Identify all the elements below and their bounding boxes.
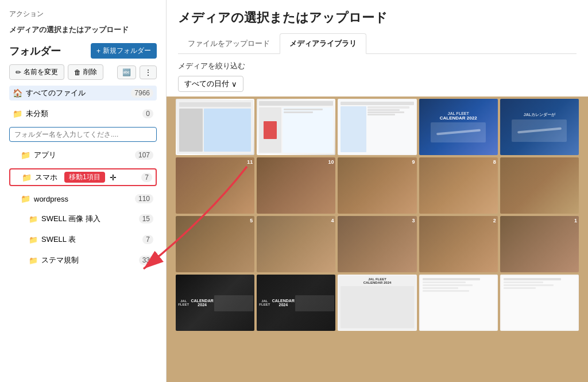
move-badge: 移動1項目 <box>64 172 105 183</box>
folder-swell-image-icon: 📁 <box>29 215 38 223</box>
tab-library[interactable]: メディアライブラリ <box>280 33 366 54</box>
folder-item-smartphone[interactable]: 📁 スマホ 移動1項目 ✛ 7 <box>9 168 157 186</box>
uncategorized-item[interactable]: 📁 未分類 0 <box>9 106 157 121</box>
media-thumb-month-3[interactable]: 3 <box>338 216 416 272</box>
folder-uncategorized-icon: 📁 <box>13 109 22 118</box>
media-thumb-month-4[interactable]: 4 <box>257 216 335 272</box>
smartphone-count: 7 <box>141 173 152 182</box>
media-thumb-1[interactable] <box>176 99 254 155</box>
media-thumb-month-2[interactable]: 2 <box>419 216 498 272</box>
filter-row: メディアを絞り込む <box>167 54 588 76</box>
folder-smartphone-icon: 📁 <box>22 173 32 182</box>
media-thumb-jal-2024-c[interactable]: JAL FLEETCALENDAR 2024 <box>338 275 416 331</box>
all-files-count: 7966 <box>131 88 153 98</box>
rename-button[interactable]: ✏ 名前を変更 <box>9 64 64 80</box>
folder-app-icon: 📁 <box>21 151 30 160</box>
rename-icon: ✏ <box>16 68 21 76</box>
right-panel: メディアの選択またはアップロード ファイルをアップロード メディアライブラリ メ… <box>167 0 588 382</box>
right-header: メディアの選択またはアップロード ファイルをアップロード メディアライブラリ <box>167 0 588 54</box>
swell-image-count: 15 <box>139 214 153 223</box>
media-thumb-white-doc-1[interactable] <box>419 275 498 331</box>
delete-icon: 🗑 <box>74 68 81 76</box>
media-thumb-month-5[interactable]: 5 <box>176 216 254 272</box>
folder-wordpress-icon: 📁 <box>21 194 30 203</box>
folder-item-app[interactable]: 📁 アプリ 107 <box>9 148 157 163</box>
media-thumb-month-extra[interactable] <box>500 157 579 214</box>
media-thumb-white-doc-2[interactable] <box>500 275 579 331</box>
folder-item-swell-image[interactable]: 📁 SWELL 画像 挿入 15 <box>9 211 157 226</box>
folder-item-stema[interactable]: 📁 ステマ規制 33 <box>9 253 157 268</box>
search-folder-input[interactable] <box>9 127 157 142</box>
plus-icon: + <box>96 47 100 55</box>
folder-stema-icon: 📁 <box>29 256 38 265</box>
media-grid: JAL FLEET CALENDAR 2022 JALカレンダーが <box>167 97 588 382</box>
action-label: アクション <box>9 9 157 19</box>
media-thumb-month-1[interactable]: 1 <box>500 216 579 272</box>
swell-table-count: 7 <box>142 235 153 244</box>
filter-label: メディアを絞り込む <box>178 61 245 71</box>
tabs-row: ファイルをアップロード メディアライブラリ <box>178 33 577 54</box>
media-thumb-2[interactable] <box>257 99 335 155</box>
uncategorized-count: 0 <box>142 109 153 118</box>
media-thumb-jal-2022-b[interactable]: JALカレンダーが <box>500 99 579 155</box>
folder-swell-table-icon: 📁 <box>29 236 38 244</box>
media-thumb-jal-2024-a[interactable]: JAL FLEET CALENDAR 2024 <box>176 275 254 331</box>
folder-item-wordpress[interactable]: 📁 wordpress 110 <box>9 192 157 206</box>
left-panel: アクション メディアの選択またはアップロード フォルダー + 新規フォルダー ✏… <box>0 0 167 382</box>
new-folder-button[interactable]: + 新規フォルダー <box>91 43 157 59</box>
toolbar-row: ✏ 名前を変更 🗑 削除 🔤 ⋮ <box>9 64 157 80</box>
delete-button[interactable]: 🗑 削除 <box>68 64 103 80</box>
folder-header: フォルダー + 新規フォルダー <box>9 43 157 59</box>
all-files-item[interactable]: 🏠 すべてのファイル 7966 <box>9 86 157 101</box>
right-title: メディアの選択またはアップロード <box>178 9 577 26</box>
media-thumb-month-8[interactable]: 8 <box>419 157 498 214</box>
stema-count: 33 <box>139 256 153 265</box>
folder-title: フォルダー <box>9 44 61 58</box>
media-grid-inner: JAL FLEET CALENDAR 2022 JALカレンダーが <box>176 99 579 331</box>
sort-button[interactable]: 🔤 <box>117 65 136 79</box>
chevron-down-icon: ∨ <box>231 80 237 88</box>
tab-upload[interactable]: ファイルをアップロード <box>178 33 280 54</box>
app-count: 107 <box>135 151 153 160</box>
cursor-move-icon: ✛ <box>110 173 117 182</box>
media-thumb-jal-2022-a[interactable]: JAL FLEET CALENDAR 2022 <box>419 99 498 155</box>
media-thumb-month-11[interactable]: 11 <box>176 157 254 214</box>
media-thumb-jal-2024-b[interactable]: JAL FLEET CALENDAR 2024 <box>257 275 335 331</box>
media-thumb-month-10[interactable]: 10 <box>257 157 335 214</box>
wordpress-count: 110 <box>135 194 153 203</box>
more-button[interactable]: ⋮ <box>140 65 157 79</box>
home-icon: 🏠 <box>13 88 22 98</box>
media-select-label: メディアの選択またはアップロード <box>9 25 157 35</box>
date-select[interactable]: すべての日付 ∨ <box>178 76 243 92</box>
folder-item-swell-table[interactable]: 📁 SWELL 表 7 <box>9 232 157 247</box>
media-thumb-month-9[interactable]: 9 <box>338 157 416 214</box>
media-thumb-3[interactable] <box>338 99 416 155</box>
